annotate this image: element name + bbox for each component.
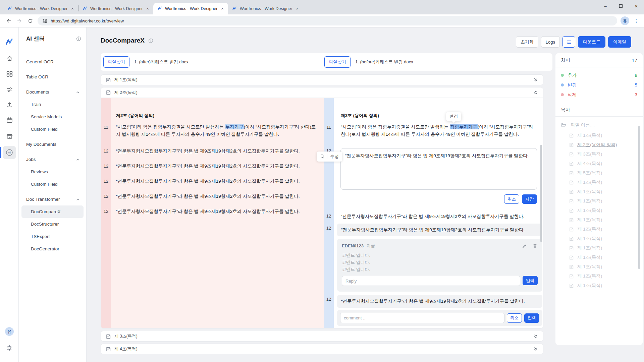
reply-submit-button[interactable]: 입력	[523, 276, 538, 285]
main-content: DocCompareX 초기화 Logs 다운로드 이메일 파일찾기 1. (a…	[87, 27, 644, 362]
double-chevron-down-icon[interactable]	[533, 347, 538, 352]
tab-close-icon[interactable]: ×	[145, 6, 151, 12]
sidebar-group-documents[interactable]: Documents	[21, 86, 84, 98]
section-1-header[interactable]: 제 1조(목적)	[101, 75, 543, 85]
sidebar-item-docgenerator[interactable]: DocGenerator	[21, 243, 84, 255]
sidebar-item-my-documents[interactable]: My Documents	[21, 138, 84, 150]
before-clause-12-commented[interactable]: “전문투자형사모집합투자기구”라 함은 법 제9조제19항제2호의 사모집합투자…	[337, 295, 542, 308]
browser-tab-4[interactable]: Worttronics - Work Designer ×	[228, 3, 303, 14]
logs-button[interactable]: Logs	[541, 36, 560, 48]
apps-grid-icon[interactable]	[3, 67, 16, 80]
edit-save-button[interactable]: 저장	[522, 194, 537, 204]
settings-icon[interactable]	[3, 341, 16, 355]
reply-input[interactable]	[342, 276, 520, 286]
new-comment-input[interactable]	[340, 313, 504, 323]
sidebar-item-custom-field-documents[interactable]: Custom Field	[21, 123, 84, 135]
sidebar-item-table-ocr[interactable]: Table OCR	[21, 71, 84, 83]
sidebar-group-jobs[interactable]: Jobs	[21, 153, 84, 166]
toc-item[interactable]: 제 1조(목적)	[569, 196, 643, 206]
sidebar-group-doc-transformer[interactable]: Doc Transformer	[21, 193, 84, 205]
toc-item[interactable]: 제 2조(용어의 정의)	[569, 140, 643, 149]
sidebar-item-doccomparex[interactable]: DocCompareX	[21, 205, 84, 218]
upload-icon[interactable]	[3, 98, 16, 111]
info-icon[interactable]	[148, 38, 154, 44]
sidebar-item-general-ocr[interactable]: General OCR	[21, 56, 84, 68]
after-clause-rows: 12 “전문투자형사모집합투자기구”라 함은 법 제9조제19항제2호의 사모집…	[101, 148, 324, 224]
toc-scrollbar[interactable]	[638, 126, 640, 269]
toc-item[interactable]: 제 1조(목적)	[569, 234, 643, 243]
browse-before-button[interactable]: 파일찾기	[324, 56, 351, 68]
diff-highlight-changed[interactable]: 집합투자기구	[450, 124, 478, 129]
store-icon[interactable]	[3, 130, 16, 143]
clause-edit-textarea[interactable]: “전문투자형사모집합투자기구”라 함은 법 제9조제19항제2호의 사모집합투자…	[340, 148, 537, 190]
toc-item[interactable]: 제 1조(목적)	[569, 253, 643, 262]
browse-after-button[interactable]: 파일찾기	[103, 56, 129, 68]
rail-profile-avatar[interactable]: 유	[3, 325, 16, 338]
tab-close-icon[interactable]: ×	[294, 6, 300, 12]
sidebar-item-tsexpert[interactable]: TSExpert	[21, 230, 84, 243]
toc-item[interactable]: 제 1조(목적)	[569, 272, 643, 281]
home-icon[interactable]	[3, 52, 16, 65]
section-2-header[interactable]: 제 2조(목적)	[101, 87, 543, 98]
edit-pencil-icon[interactable]	[522, 243, 527, 249]
toc-item[interactable]: 제 1조(목적)	[569, 225, 643, 234]
toc-item[interactable]: 제 1조(목적)	[569, 187, 643, 196]
double-chevron-down-icon[interactable]	[533, 334, 538, 339]
download-button[interactable]: 다운로드	[578, 36, 605, 48]
sidebar-item-service-models[interactable]: Service Models	[21, 111, 84, 123]
diff-highlight[interactable]: 투자기구	[225, 124, 244, 129]
toc-item[interactable]: 제 1조(목적)	[569, 131, 643, 140]
diff-added-row[interactable]: 추가 8	[561, 70, 637, 80]
ai-center-icon[interactable]: AI	[3, 146, 16, 159]
calendar-icon[interactable]	[3, 113, 16, 127]
comment-submit-button[interactable]: 입력	[524, 313, 539, 323]
toc-item[interactable]: 제 5조(목적)	[569, 168, 643, 178]
diff-deleted-row[interactable]: 삭제 3	[561, 90, 637, 100]
maximize-icon[interactable]	[613, 0, 629, 12]
back-icon[interactable]	[3, 15, 14, 26]
reset-button[interactable]: 초기화	[516, 36, 538, 48]
comparison-scrollbar[interactable]	[540, 145, 542, 242]
info-icon[interactable]	[76, 36, 82, 42]
site-info-icon[interactable]	[42, 18, 47, 23]
before-clause-12-selected[interactable]: “전문투자형사모집합투자기구”라 함은 법 제9조제19항제2호의 사모집합투자…	[337, 224, 542, 236]
double-chevron-down-icon[interactable]	[533, 77, 538, 82]
forward-icon[interactable]	[14, 15, 25, 26]
list-view-button[interactable]	[562, 36, 575, 48]
diff-changed-row[interactable]: 변경 5	[561, 80, 637, 90]
toc-item[interactable]: 제 1조(목적)	[569, 206, 643, 215]
browser-tab-3-active[interactable]: Worttronics - Work Designer ×	[153, 3, 228, 14]
sidebar-item-docstructurer[interactable]: DocStructurer	[21, 218, 84, 230]
toc-item[interactable]: 제 1조(목적)	[569, 243, 643, 253]
minimize-icon[interactable]: –	[598, 0, 613, 12]
close-icon[interactable]: ✕	[629, 0, 644, 12]
sidebar-item-train[interactable]: Train	[21, 98, 84, 111]
reload-icon[interactable]	[25, 15, 36, 26]
trash-icon[interactable]	[532, 243, 538, 249]
toc-item[interactable]: 제 3조(목적)	[569, 149, 643, 159]
worttronics-logo[interactable]	[3, 35, 16, 49]
section-4-header[interactable]: 제 4조(목적)	[101, 344, 543, 354]
browser-tab-2[interactable]: Worttronics - Work Designer ×	[78, 3, 153, 14]
comment-cancel-button[interactable]: 취소	[507, 313, 522, 323]
browser-tab-1[interactable]: Worttronics - Work Designer ×	[3, 3, 78, 14]
toc-item[interactable]: 제 1조(목적)	[569, 281, 643, 290]
browser-profile-avatar[interactable]: 유	[621, 16, 629, 25]
sidebar-item-custom-field-jobs[interactable]: Custom Field	[21, 178, 84, 190]
sliders-icon[interactable]	[3, 83, 16, 96]
toc-item[interactable]: 제 1조(목적)	[569, 178, 643, 187]
double-chevron-up-icon[interactable]	[533, 90, 538, 95]
browser-menu-icon[interactable]: ⋮	[632, 16, 641, 25]
address-bar[interactable]: https://wd.digitalworker.co.kr/overview	[38, 16, 617, 25]
edit-label-text: 수정	[330, 154, 339, 160]
section-3-header[interactable]: 제 3조(목적)	[101, 331, 543, 342]
sidebar-item-reviews[interactable]: Reviews	[21, 166, 84, 178]
toc-file-row[interactable]: 파일 이름....	[555, 119, 643, 131]
toc-item[interactable]: 제 1조(목적)	[569, 262, 643, 272]
tab-close-icon[interactable]: ×	[219, 6, 225, 12]
email-button[interactable]: 이메일	[608, 36, 631, 48]
tab-close-icon[interactable]: ×	[69, 6, 75, 12]
edit-cancel-button[interactable]: 취소	[504, 194, 519, 204]
toc-item[interactable]: 제 1조(목적)	[569, 215, 643, 225]
toc-item[interactable]: 제 4조(목적)	[569, 159, 643, 168]
